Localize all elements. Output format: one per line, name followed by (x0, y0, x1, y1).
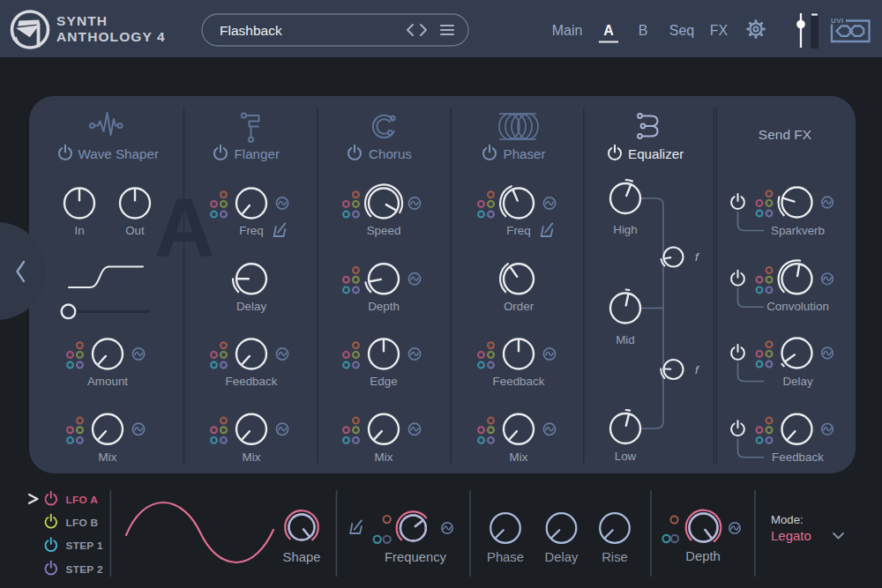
svg-text:Sparkverb: Sparkverb (771, 224, 825, 237)
svg-text:Mid: Mid (616, 333, 635, 346)
svg-text:High: High (613, 223, 638, 236)
svg-text:Phase: Phase (487, 550, 524, 564)
svg-text:Out: Out (125, 224, 145, 237)
svg-text:SYNTH: SYNTH (56, 13, 108, 28)
svg-text:Convolution: Convolution (766, 300, 829, 313)
svg-text:Feedback: Feedback (772, 450, 824, 464)
svg-text:Mix: Mix (375, 450, 393, 464)
svg-text:Order: Order (504, 300, 534, 313)
svg-text:Amount: Amount (87, 375, 128, 388)
svg-text:Flanger: Flanger (235, 146, 280, 161)
svg-text:STEP 1: STEP 1 (66, 540, 103, 552)
svg-text:UVI: UVI (831, 17, 844, 25)
svg-text:LFO A: LFO A (66, 494, 99, 506)
svg-text:Equalizer: Equalizer (628, 146, 684, 161)
svg-text:Wave Shaper: Wave Shaper (78, 146, 159, 161)
svg-text:Depth: Depth (368, 300, 400, 313)
svg-text:Delay: Delay (545, 550, 579, 564)
svg-text:Legato: Legato (771, 528, 811, 543)
svg-text:Low: Low (615, 450, 637, 463)
svg-text:A: A (154, 181, 215, 274)
svg-text:Edge: Edge (370, 375, 397, 388)
svg-text:Frequency: Frequency (385, 550, 447, 564)
svg-text:Send FX: Send FX (759, 127, 812, 142)
svg-text:Seq: Seq (669, 23, 694, 38)
svg-text:Delay: Delay (782, 375, 813, 388)
svg-text:Mix: Mix (510, 450, 528, 464)
svg-text:Chorus: Chorus (369, 146, 412, 161)
svg-text:Freq: Freq (239, 224, 264, 237)
svg-text:STEP 2: STEP 2 (66, 563, 103, 576)
svg-text:Freq: Freq (506, 224, 531, 237)
svg-text:Shape: Shape (283, 550, 321, 564)
svg-text:Mix: Mix (243, 450, 261, 464)
svg-text:Mix: Mix (99, 450, 117, 464)
svg-text:Flashback: Flashback (220, 23, 282, 38)
svg-text:B: B (639, 23, 648, 38)
svg-text:Feedback: Feedback (493, 375, 545, 388)
svg-text:In: In (74, 224, 84, 237)
svg-text:Feedback: Feedback (226, 375, 278, 388)
svg-text:Mode:: Mode: (771, 513, 804, 526)
svg-text:A: A (603, 23, 614, 38)
svg-text:LFO B: LFO B (66, 517, 99, 529)
svg-text:Main: Main (552, 23, 583, 38)
svg-text:Rise: Rise (602, 550, 628, 564)
svg-text:Phaser: Phaser (504, 146, 546, 161)
svg-text:FX: FX (710, 23, 729, 38)
svg-text:ANTHOLOGY 4: ANTHOLOGY 4 (56, 29, 166, 44)
svg-text:Depth: Depth (685, 549, 721, 563)
svg-text:Delay: Delay (236, 300, 267, 313)
svg-text:Speed: Speed (367, 224, 401, 237)
